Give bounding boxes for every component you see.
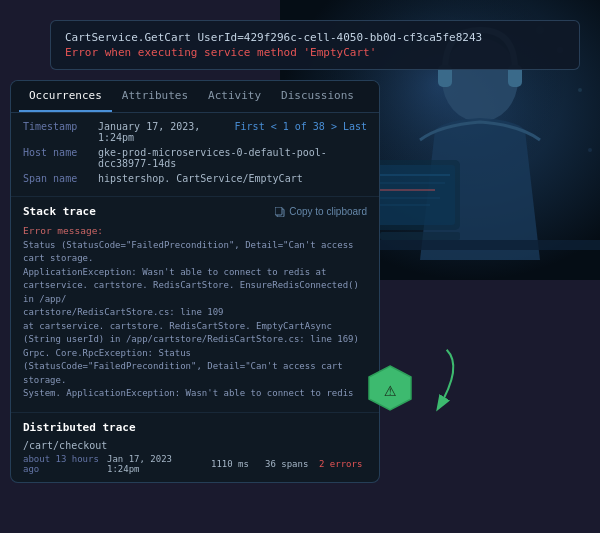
- trace-date: Jan 17, 2023 1:24pm: [107, 454, 207, 474]
- trace-header: Distributed trace: [23, 421, 367, 434]
- hostname-label: Host name: [23, 147, 98, 158]
- svg-point-17: [588, 148, 592, 152]
- metadata-section: Timestamp January 17, 2023, 1:24pm First…: [11, 113, 379, 197]
- tab-activity[interactable]: Activity: [198, 81, 271, 112]
- tab-attributes[interactable]: Attributes: [112, 81, 198, 112]
- timestamp-row: Timestamp January 17, 2023, 1:24pm First…: [23, 121, 367, 143]
- hostname-value: gke-prod-microservices-0-default-pool-dc…: [98, 147, 367, 169]
- distributed-trace-title: Distributed trace: [23, 421, 136, 434]
- trace-time-ago: about 13 hours ago: [23, 454, 103, 474]
- stack-trace-content: Error message: Status (StatusCode="Faile…: [23, 224, 367, 404]
- stack-trace-section: Stack trace Copy to clipboard Error mess…: [11, 197, 379, 413]
- hostname-row: Host name gke-prod-microservices-0-defau…: [23, 147, 367, 169]
- stack-line-4: cartstore/RedisCartStore.cs: line 109: [23, 307, 223, 317]
- trace-duration: 1110 ms: [211, 459, 261, 469]
- spanname-label: Span name: [23, 173, 98, 184]
- svg-point-15: [578, 88, 582, 92]
- tab-occurrences[interactable]: Occurrences: [19, 81, 112, 112]
- clipboard-icon: [275, 207, 285, 217]
- stack-line-7: System. ApplicationException: Wasn't abl…: [23, 388, 354, 398]
- main-panel: Occurrences Attributes Activity Discussi…: [10, 80, 380, 483]
- pagination-nav[interactable]: First < 1 of 38 > Last: [235, 121, 367, 132]
- error-line: Error when executing service method 'Emp…: [65, 46, 565, 59]
- svg-text:⚠: ⚠: [384, 377, 396, 401]
- stack-line-3: cartservice. cartstore. RedisCartStore. …: [23, 280, 359, 304]
- svg-rect-19: [275, 207, 282, 215]
- stack-line-2: ApplicationException: Wasn't able to con…: [23, 267, 326, 277]
- spanname-row: Span name hipstershop. CartService/Empty…: [23, 173, 367, 184]
- timestamp-value: January 17, 2023, 1:24pm: [98, 121, 235, 143]
- error-banner: CartService.GetCart UserId=429f296c-cell…: [50, 20, 580, 70]
- stack-line-5: at cartservice. cartstore. RedisCartStor…: [23, 321, 359, 358]
- warning-hex-icon: ⚠: [365, 363, 415, 413]
- trace-path: /cart/checkout: [23, 440, 367, 451]
- trace-spans: 36 spans: [265, 459, 315, 469]
- stack-trace-title: Stack trace: [23, 205, 96, 218]
- stack-line-1: Status (StatusCode="FailedPrecondition",…: [23, 240, 354, 264]
- copy-label: Copy to clipboard: [289, 206, 367, 217]
- trace-errors: 2 errors: [319, 459, 369, 469]
- tabs-container: Occurrences Attributes Activity Discussi…: [11, 81, 379, 113]
- spanname-value: hipstershop. CartService/EmptyCart: [98, 173, 367, 184]
- timestamp-label: Timestamp: [23, 121, 98, 132]
- error-label: Error message:: [23, 225, 103, 236]
- tab-discussions[interactable]: Discussions: [271, 81, 364, 112]
- method-text: CartService.GetCart UserId=429f296c-cell…: [65, 31, 565, 44]
- svg-rect-13: [380, 232, 460, 240]
- stack-trace-header: Stack trace Copy to clipboard: [23, 205, 367, 218]
- trace-row: about 13 hours ago Jan 17, 2023 1:24pm 1…: [23, 454, 367, 474]
- stack-line-6: (StatusCode="FailedPrecondition", Detail…: [23, 361, 343, 385]
- copy-to-clipboard-button[interactable]: Copy to clipboard: [275, 206, 367, 217]
- warning-hexagon: ⚠: [365, 363, 415, 413]
- distributed-trace-section: Distributed trace /cart/checkout about 1…: [11, 413, 379, 482]
